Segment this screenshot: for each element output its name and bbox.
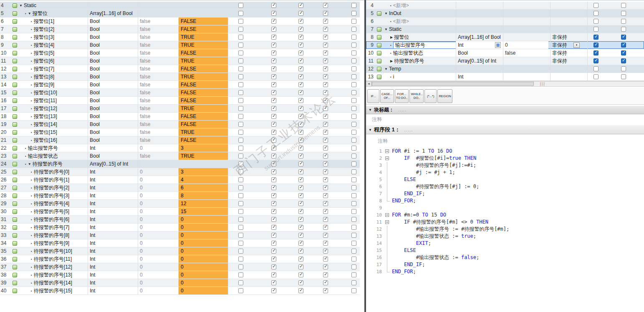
variable-name[interactable]: 输出报警状态 <box>28 153 58 159</box>
name-cell[interactable]: ▪报警位[9] <box>31 81 54 88</box>
checkbox[interactable] <box>238 82 243 87</box>
checkbox[interactable] <box>351 161 356 166</box>
checkbox[interactable] <box>298 43 303 48</box>
checkbox[interactable] <box>298 225 303 230</box>
interface-row[interactable]: 8▶报警位Array[1..16] of Bool非保持 <box>366 33 644 41</box>
checkbox[interactable] <box>351 201 356 206</box>
variable-name[interactable]: 报警位[10] <box>34 90 57 96</box>
row-number[interactable]: 18 <box>1 113 11 120</box>
name-cell[interactable]: ▪待报警的序号[4] <box>31 200 69 207</box>
default-value[interactable] <box>503 2 548 9</box>
data-type[interactable]: Int <box>88 239 137 247</box>
checkbox[interactable] <box>298 177 303 182</box>
name-cell[interactable]: ▪<新增> <box>390 18 409 25</box>
default-value[interactable] <box>503 65 548 73</box>
code-text[interactable]: END_FOR; <box>392 197 416 204</box>
checkbox[interactable] <box>323 82 328 87</box>
default-value[interactable]: 0 <box>138 184 179 191</box>
retain-setting[interactable]: 非保持 <box>550 41 588 49</box>
variable-name[interactable]: 待报警的序号[13] <box>34 272 72 278</box>
checkbox[interactable] <box>298 74 303 79</box>
variable-row[interactable]: 38▪待报警的序号[13]Int00 <box>0 271 360 279</box>
default-value[interactable]: 0 <box>138 208 179 215</box>
checkbox[interactable] <box>351 169 356 174</box>
data-type[interactable]: Array[1..16] of Bool <box>88 10 137 17</box>
name-cell[interactable]: ▪待报警的序号[8] <box>31 231 69 239</box>
default-value[interactable]: false <box>138 89 179 96</box>
checkbox[interactable] <box>271 50 276 55</box>
checkbox[interactable] <box>323 74 328 79</box>
variable-row[interactable]: 34▪待报警的序号[9]Int00 <box>0 239 360 247</box>
name-cell[interactable]: ▼Static <box>384 25 402 33</box>
default-value[interactable]: 0 <box>138 224 179 231</box>
name-cell[interactable]: ▪输出报警序号 <box>390 41 458 49</box>
data-type[interactable]: Int <box>88 271 137 279</box>
checkbox[interactable] <box>298 3 303 8</box>
checkbox[interactable] <box>593 11 599 16</box>
default-value[interactable]: false <box>138 73 179 81</box>
checkbox[interactable] <box>621 19 626 24</box>
checkbox[interactable] <box>271 130 276 135</box>
default-value[interactable]: 0 <box>138 231 179 239</box>
checkbox[interactable] <box>351 122 356 127</box>
interface-row[interactable]: 10▪输出报警状态Boolfalse非保持 <box>366 49 644 57</box>
scrollbar-thumb[interactable] <box>372 82 534 86</box>
variable-name[interactable]: 待报警的序号[7] <box>34 224 69 230</box>
row-number[interactable]: 39 <box>1 279 11 287</box>
data-type[interactable] <box>456 10 503 17</box>
row-number[interactable]: 8 <box>367 33 374 41</box>
data-type[interactable]: Int <box>88 208 137 215</box>
checkbox[interactable] <box>323 122 328 127</box>
checkbox[interactable] <box>298 146 303 151</box>
checkbox[interactable] <box>351 153 356 159</box>
checkbox[interactable] <box>351 58 356 63</box>
variable-name[interactable]: 报警位[15] <box>34 129 57 135</box>
data-type[interactable]: Bool <box>88 49 137 57</box>
variable-row[interactable]: 30▪待报警的序号[5]Int015 <box>0 208 360 216</box>
data-type[interactable]: Int <box>88 144 137 152</box>
retain-setting[interactable] <box>550 65 588 73</box>
code-text[interactable]: IF #报警位[#i]=true THEN <box>392 155 476 162</box>
default-value[interactable]: 0 <box>138 255 179 263</box>
data-type[interactable]: Bool <box>88 25 137 33</box>
checkbox[interactable] <box>298 19 303 24</box>
checkbox[interactable] <box>271 264 276 269</box>
default-value[interactable]: 0 <box>138 271 179 279</box>
variable-name[interactable]: InOut <box>389 10 401 16</box>
name-cell[interactable]: ▪待报警的序号[1] <box>31 176 69 184</box>
collapse-icon[interactable]: ▼ <box>28 162 31 166</box>
default-value[interactable]: 0 <box>138 263 179 271</box>
code-text[interactable]: #输出报警状态 := true; <box>392 233 476 240</box>
checkbox[interactable] <box>238 50 243 55</box>
interface-row[interactable]: 4▪<新增> <box>366 2 644 10</box>
row-number[interactable]: 13 <box>367 73 374 81</box>
checkbox[interactable] <box>271 90 276 95</box>
retain-setting[interactable]: 非保持 <box>550 49 588 57</box>
checkbox[interactable] <box>238 169 243 174</box>
variable-row[interactable]: 22▪输出报警序号Int03 <box>0 144 360 152</box>
checkbox[interactable] <box>351 264 356 269</box>
data-type[interactable]: Int <box>456 73 503 81</box>
default-value[interactable]: 0 <box>503 41 548 49</box>
row-number[interactable]: 30 <box>1 208 11 215</box>
checkbox[interactable] <box>323 272 328 277</box>
data-type[interactable]: Bool <box>88 113 137 120</box>
checkbox[interactable] <box>271 209 276 214</box>
default-value[interactable] <box>503 18 548 25</box>
checkbox[interactable] <box>238 106 243 111</box>
checkbox[interactable] <box>323 3 328 8</box>
checkbox[interactable] <box>351 233 356 238</box>
default-value[interactable]: false <box>138 152 179 160</box>
row-number[interactable]: 29 <box>1 200 11 207</box>
checkbox[interactable] <box>238 11 243 16</box>
checkbox[interactable] <box>351 272 356 277</box>
checkbox[interactable] <box>621 66 626 71</box>
checkbox[interactable] <box>271 35 276 40</box>
checkbox[interactable] <box>271 257 276 262</box>
variable-name[interactable]: 待报警的序号 <box>33 161 63 167</box>
collapse-icon[interactable]: ▼ <box>384 12 388 15</box>
row-number[interactable]: 7 <box>1 25 11 33</box>
checkbox[interactable] <box>323 19 328 24</box>
variable-row[interactable]: 13▪报警位[8]BoolfalseTRUE <box>0 73 360 81</box>
interface-row[interactable]: 9▪输出报警序号Int▦0非保持▼ <box>366 41 644 49</box>
